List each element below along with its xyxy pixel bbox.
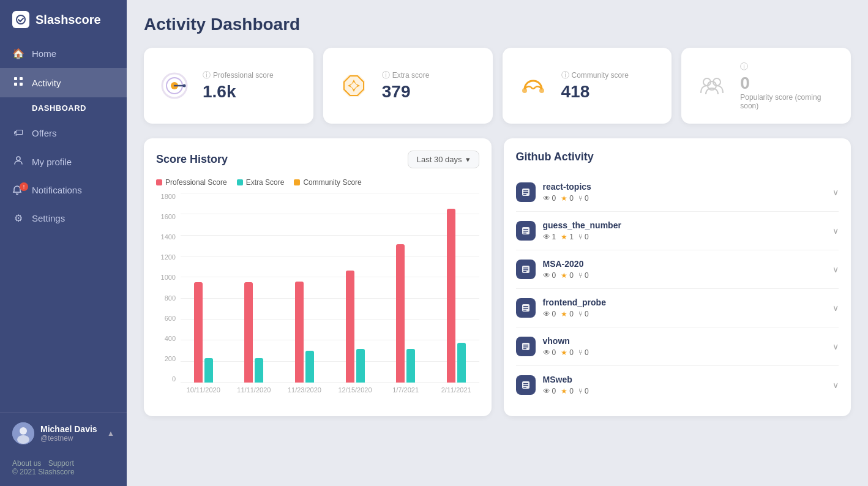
stars-stat-1: ★ 1	[561, 233, 574, 241]
bar-professional-4	[396, 244, 405, 383]
popularity-score-info: ⓘ 0 Popularity score (coming soon)	[740, 61, 839, 110]
copyright: © 2021 Slashscore	[12, 468, 75, 476]
svg-rect-29	[523, 269, 528, 271]
github-repo-name-1: guess_the_number	[543, 220, 826, 230]
fork-icon-4: ⑂	[578, 348, 583, 357]
github-item-2[interactable]: MSA-2020 👁 0 ★ 0 ⑂	[516, 250, 839, 289]
github-item-0[interactable]: react-topics 👁 0 ★ 0 ⑂	[516, 173, 839, 212]
bar-professional-5	[447, 209, 455, 383]
github-item-content-2: MSA-2020 👁 0 ★ 0 ⑂	[543, 259, 826, 280]
score-cards-row: ⓘ Professional score 1.6k	[144, 48, 851, 124]
bar-professional-3	[346, 271, 354, 383]
y-label-600: 600	[156, 315, 176, 322]
svg-rect-3	[14, 83, 17, 86]
fork-icon-0: ⑂	[578, 194, 583, 203]
settings-icon: ⚙	[12, 212, 24, 224]
sidebar-logo[interactable]: Slashscore	[0, 0, 127, 39]
sidebar-item-my-profile-label: My profile	[32, 157, 72, 167]
watches-stat-4: 👁 0	[543, 348, 556, 357]
x-label-4: 1/7/2021	[383, 386, 428, 394]
bar-extra-5	[457, 343, 466, 383]
svg-rect-1	[14, 77, 17, 80]
sidebar-item-home-label: Home	[32, 48, 56, 59]
github-item-5[interactable]: MSweb 👁 0 ★ 0 ⑂	[516, 366, 839, 404]
y-label-1000: 1000	[156, 274, 176, 281]
x-label-5: 2/11/2021	[433, 386, 479, 394]
stars-stat-4: ★ 0	[561, 348, 574, 357]
bar-group-2	[282, 193, 327, 383]
stars-stat-5: ★ 0	[561, 387, 574, 395]
github-item-content-5: MSweb 👁 0 ★ 0 ⑂	[543, 375, 826, 395]
github-list: react-topics 👁 0 ★ 0 ⑂	[516, 173, 839, 404]
svg-rect-36	[523, 345, 528, 346]
sidebar-item-notifications[interactable]: ! Notifications	[0, 176, 127, 204]
legend-extra: Extra Score	[237, 178, 285, 187]
extra-score-info: ⓘ Extra score 379	[382, 70, 481, 102]
user-icon	[12, 155, 24, 168]
github-repo-icon-4	[516, 337, 536, 356]
logo-icon	[12, 11, 29, 28]
sidebar-item-notifications-label: Notifications	[32, 185, 82, 195]
score-card-extra: ⓘ Extra score 379	[323, 48, 493, 124]
eye-icon-0: 👁	[543, 194, 550, 203]
bar-extra-1	[255, 358, 263, 383]
star-icon-1: ★	[561, 233, 567, 241]
sidebar-user[interactable]: Michael Davis @testnew ▲	[12, 422, 114, 444]
home-icon: 🏠	[12, 48, 24, 59]
page-title: Activity Dashboard	[144, 15, 851, 34]
bar-extra-0	[204, 358, 213, 383]
x-label-2: 11/23/2020	[282, 386, 327, 394]
star-icon-5: ★	[561, 387, 567, 395]
y-label-0: 0	[156, 375, 176, 383]
popularity-score-sublabel: Popularity score (coming soon)	[740, 93, 839, 110]
legend-professional: Professional Score	[156, 178, 227, 187]
svg-rect-25	[523, 231, 528, 232]
star-icon-3: ★	[561, 310, 567, 318]
forks-stat-1: ⑂ 0	[578, 233, 589, 241]
bar-group-4	[383, 193, 428, 383]
github-item-3[interactable]: frontend_probe 👁 0 ★ 0 ⑂	[516, 289, 839, 327]
github-activity-header: Github Activity	[516, 151, 839, 163]
sidebar-user-info: Michael Davis @testnew	[40, 424, 101, 443]
forks-stat-3: ⑂ 0	[578, 310, 589, 318]
sidebar-item-offers[interactable]: 🏷 Offers	[0, 119, 127, 147]
github-item-content-1: guess_the_number 👁 1 ★ 1 ⑂	[543, 220, 826, 241]
github-stats-1: 👁 1 ★ 1 ⑂ 0	[543, 233, 826, 241]
star-icon-0: ★	[561, 194, 567, 203]
extra-score-icon	[335, 67, 372, 104]
bar-professional-2	[295, 282, 304, 383]
forks-stat-2: ⑂ 0	[578, 271, 589, 280]
sidebar-item-home[interactable]: 🏠 Home	[0, 39, 127, 68]
svg-rect-30	[523, 271, 526, 272]
chart-legend: Professional Score Extra Score Community…	[156, 178, 479, 187]
y-label-1800: 1800	[156, 193, 176, 200]
sidebar-item-activity-label: Activity	[32, 78, 61, 88]
score-card-community: ⓘ Community score 418	[503, 48, 672, 124]
eye-icon-5: 👁	[543, 387, 550, 395]
date-filter-button[interactable]: Last 30 days ▾	[408, 151, 479, 168]
sidebar-item-activity[interactable]: Activity	[0, 68, 127, 97]
x-label-1: 11/11/2020	[231, 386, 277, 394]
github-repo-name-0: react-topics	[543, 182, 826, 192]
watches-stat-2: 👁 0	[543, 271, 556, 280]
github-item-1[interactable]: guess_the_number 👁 1 ★ 1 ⑂	[516, 212, 839, 250]
forks-stat-0: ⑂ 0	[578, 194, 589, 203]
support-link[interactable]: Support	[48, 459, 74, 468]
popularity-score-icon	[694, 67, 730, 104]
y-label-1400: 1400	[156, 233, 176, 241]
legend-dot-professional	[156, 179, 162, 185]
svg-rect-26	[523, 233, 526, 234]
watches-stat-0: 👁 0	[543, 194, 556, 203]
svg-rect-32	[523, 306, 528, 307]
github-stats-0: 👁 0 ★ 0 ⑂ 0	[543, 194, 826, 203]
sidebar-sub-item-dashboard[interactable]: DASHBOARD	[0, 97, 127, 119]
github-stats-5: 👁 0 ★ 0 ⑂ 0	[543, 387, 826, 395]
bar-group-3	[332, 193, 378, 383]
logo-text: Slashscore	[36, 13, 101, 27]
github-item-4[interactable]: vhown 👁 0 ★ 0 ⑂	[516, 327, 839, 366]
sidebar-item-my-profile[interactable]: My profile	[0, 147, 127, 176]
sidebar-item-settings[interactable]: ⚙ Settings	[0, 204, 127, 233]
bar-professional-1	[244, 282, 253, 383]
sidebar-footer: About us Support © 2021 Slashscore	[0, 454, 127, 486]
about-link[interactable]: About us	[12, 459, 41, 468]
